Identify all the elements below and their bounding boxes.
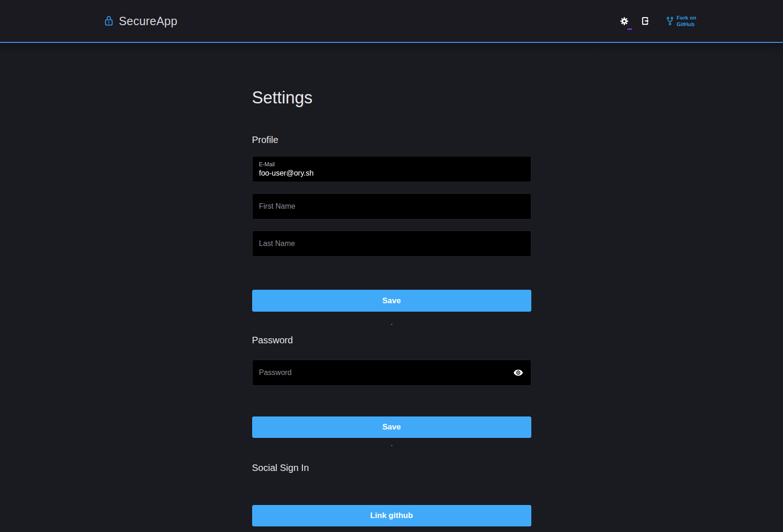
- brand-name: SecureApp: [119, 14, 178, 28]
- profile-save-button[interactable]: Save: [252, 290, 531, 312]
- last-name-input[interactable]: [259, 239, 524, 248]
- password-section-heading: Password: [252, 335, 531, 345]
- profile-section-heading: Profile: [252, 135, 531, 144]
- active-underline-marker: [627, 28, 632, 30]
- fork-link-text: Fork on GitHub: [677, 14, 696, 28]
- gear-icon: [619, 16, 629, 26]
- lock-icon: [104, 15, 113, 27]
- email-input[interactable]: [259, 169, 524, 177]
- logout-button[interactable]: [640, 15, 652, 27]
- password-input[interactable]: [259, 368, 512, 377]
- settings-button[interactable]: [618, 15, 631, 27]
- password-save-button[interactable]: Save: [252, 416, 531, 438]
- toggle-password-visibility-button[interactable]: [512, 367, 524, 379]
- password-field-box[interactable]: [252, 360, 531, 386]
- brand[interactable]: SecureApp: [104, 14, 178, 28]
- link-github-button[interactable]: Link github: [252, 505, 531, 526]
- social-section-heading: Social Sign In: [252, 463, 531, 472]
- logout-icon: [641, 16, 651, 26]
- page-title: Settings: [252, 43, 531, 106]
- content-area: Settings Profile E-Mail Save Password: [0, 43, 783, 531]
- git-fork-icon: [666, 16, 674, 26]
- fork-on-github-link[interactable]: Fork on GitHub: [666, 14, 696, 28]
- separator-dot: [391, 445, 392, 446]
- separator-dot: [391, 324, 392, 325]
- first-name-field-box[interactable]: [252, 193, 531, 219]
- email-field-box[interactable]: E-Mail: [252, 156, 531, 182]
- eye-icon: [513, 368, 523, 378]
- settings-column: Settings Profile E-Mail Save Password: [252, 43, 531, 526]
- header-actions: Fork on GitHub: [618, 14, 696, 28]
- email-field-label: E-Mail: [259, 161, 524, 168]
- app-header: SecureApp: [0, 0, 783, 43]
- last-name-field-box[interactable]: [252, 231, 531, 257]
- first-name-input[interactable]: [259, 202, 524, 211]
